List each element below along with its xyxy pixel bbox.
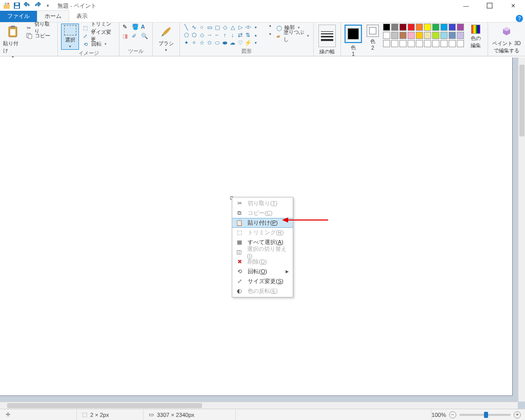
- palette-swatch[interactable]: [457, 24, 464, 31]
- palette-swatch[interactable]: [416, 40, 423, 47]
- rainbow-icon: [471, 25, 480, 34]
- color1-button[interactable]: 色 1: [344, 24, 362, 57]
- palette-swatch[interactable]: [457, 32, 464, 39]
- shapes-scroll-icon[interactable]: ▼: [268, 32, 272, 36]
- palette-swatch[interactable]: [399, 40, 407, 47]
- cut-icon: ✂: [235, 199, 244, 208]
- palette-swatch[interactable]: [408, 32, 415, 39]
- tab-file[interactable]: ファイル: [0, 11, 37, 22]
- text-icon[interactable]: A: [141, 24, 149, 32]
- shapes-gallery[interactable]: ╲∿○▭▢◇△▷◁▷▼ ⬠⬡◇→←↑↓⇄⇅▲ ✦✧☆✩⬭⬬☁♡⚡▼: [183, 24, 267, 46]
- palette-swatch[interactable]: [440, 32, 448, 39]
- paint3d-button[interactable]: ペイント 3D で編集する: [491, 24, 522, 54]
- group-linewidth: 線の幅 ▼: [314, 23, 341, 56]
- palette-swatch[interactable]: [440, 40, 448, 47]
- select-button[interactable]: 選択 ▼: [61, 24, 78, 50]
- invert-sel-icon: ◫: [235, 248, 243, 256]
- clipboard-icon: [6, 25, 20, 39]
- maximize-button[interactable]: [478, 0, 501, 11]
- paste-button[interactable]: 貼り付け ▼: [3, 24, 23, 59]
- minimize-button[interactable]: ―: [454, 0, 478, 11]
- palette-swatch[interactable]: [399, 24, 407, 31]
- rotate-button[interactable]: ⟲回転▾: [81, 40, 116, 48]
- palette-swatch[interactable]: [416, 32, 423, 39]
- palette-swatch[interactable]: [408, 24, 415, 31]
- palette-swatch[interactable]: [432, 40, 439, 47]
- context-menu-item: ◐色の反転(E): [232, 286, 293, 296]
- palette-swatch[interactable]: [383, 40, 390, 47]
- magnifier-icon[interactable]: 🔍: [141, 33, 149, 41]
- pencil-icon[interactable]: ✎: [123, 24, 131, 32]
- palette-swatch[interactable]: [424, 40, 431, 47]
- picker-icon[interactable]: ✐: [132, 33, 140, 41]
- group-image: 選択 ▼ ⬚トリミング ⤢サイズ変更 ⟲回転▾ イメージ: [58, 23, 119, 56]
- color2-button[interactable]: 色 2: [366, 24, 380, 51]
- shapes-scroll-icon[interactable]: ▲: [268, 24, 272, 27]
- save-icon[interactable]: [12, 1, 22, 10]
- linewidth-button[interactable]: 線の幅 ▼: [317, 24, 337, 60]
- palette-swatch[interactable]: [432, 24, 439, 31]
- palette-swatch[interactable]: [424, 24, 431, 31]
- palette-swatch[interactable]: [457, 40, 464, 47]
- context-menu-label: 切り取り(T): [248, 199, 277, 207]
- palette-swatch[interactable]: [449, 40, 456, 47]
- palette-swatch[interactable]: [383, 24, 390, 31]
- palette-swatch[interactable]: [391, 24, 398, 31]
- cut-button[interactable]: ✂切り取り: [25, 24, 55, 32]
- palette-swatch[interactable]: [416, 24, 423, 31]
- context-menu-label: 貼り付け(P): [248, 219, 278, 227]
- palette-swatch[interactable]: [383, 32, 390, 39]
- copy-button[interactable]: コピー: [25, 32, 55, 40]
- eraser-icon[interactable]: ◨: [123, 33, 131, 41]
- svg-point-2: [7, 3, 9, 5]
- palette-swatch[interactable]: [440, 24, 448, 31]
- bucket-icon[interactable]: 🪣: [132, 24, 140, 32]
- crop-icon: ⬚: [82, 24, 89, 31]
- app-icon: [2, 1, 11, 10]
- palette-swatch[interactable]: [449, 24, 456, 31]
- color-palette[interactable]: [383, 24, 464, 47]
- context-menu-item[interactable]: ⟲回転(O)▶: [232, 267, 293, 276]
- resize-button[interactable]: ⤢サイズ変更: [81, 32, 116, 40]
- chevron-down-icon: ▼: [68, 45, 72, 48]
- ribbon-tabs: ファイル ホーム 表示 ?: [0, 11, 525, 23]
- palette-swatch[interactable]: [391, 32, 398, 39]
- zoom-control: 100% − +: [432, 411, 525, 418]
- palette-swatch[interactable]: [399, 32, 407, 39]
- palette-swatch[interactable]: [408, 40, 415, 47]
- fill-button[interactable]: ▰塗りつぶし▾: [274, 32, 310, 40]
- svg-rect-11: [28, 34, 32, 38]
- scrollbar-thumb[interactable]: [7, 403, 202, 408]
- resize-icon: ⤢: [235, 277, 244, 286]
- palette-swatch[interactable]: [391, 40, 398, 47]
- group-paint3d: ペイント 3D で編集する: [488, 23, 525, 56]
- zoom-out-button[interactable]: −: [449, 411, 456, 418]
- context-menu-item[interactable]: ⤢サイズ変更(S): [232, 276, 293, 286]
- status-selection-size: ⬚2 × 2px: [77, 409, 144, 420]
- vertical-scrollbar[interactable]: [518, 57, 525, 402]
- zoom-in-button[interactable]: +: [514, 411, 521, 418]
- zoom-slider-thumb[interactable]: [484, 412, 488, 418]
- zoom-slider[interactable]: [459, 414, 511, 416]
- palette-swatch[interactable]: [432, 32, 439, 39]
- palette-swatch[interactable]: [424, 32, 431, 39]
- horizontal-scrollbar[interactable]: [0, 402, 518, 409]
- undo-icon[interactable]: [23, 1, 32, 10]
- color1-swatch: [345, 25, 362, 43]
- fill-icon: ▰: [275, 32, 281, 39]
- brush-button[interactable]: ブラシ ▼: [156, 24, 176, 52]
- window-controls: ― ×: [454, 0, 525, 11]
- copy-icon: ⧉: [235, 209, 244, 217]
- palette-swatch[interactable]: [449, 32, 456, 39]
- canvas-size-icon: ▭: [148, 411, 155, 418]
- paste-icon: 📋: [235, 219, 244, 227]
- group-tools: ✎ 🪣 A ◨ ✐ 🔍 ツール: [119, 23, 153, 56]
- invert-color-icon: ◐: [235, 287, 244, 295]
- edit-colors-button[interactable]: 色の 編集: [467, 24, 484, 49]
- close-button[interactable]: ×: [501, 0, 525, 11]
- qat-dropdown-icon[interactable]: ▾: [43, 1, 52, 10]
- help-icon[interactable]: ?: [516, 15, 523, 22]
- redo-icon[interactable]: [33, 1, 42, 10]
- scrollbar-thumb[interactable]: [519, 65, 524, 136]
- delete-icon: ✖: [235, 258, 244, 266]
